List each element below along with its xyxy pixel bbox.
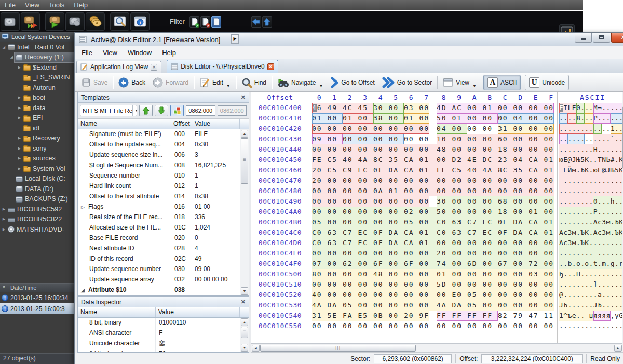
template-row[interactable]: Sequence number0101	[78, 171, 249, 181]
record-offset-field[interactable]: 0862:000	[186, 105, 215, 116]
menu-tools[interactable]: Tools	[44, 0, 69, 10]
hex-row[interactable]: 07 00 62 00 6F 00 6F 00 74 00 6D 00 67 0…	[312, 259, 557, 269]
expander-icon[interactable]: ▶	[17, 106, 22, 110]
template-row[interactable]: $LogFile Sequence Num...00816,821,325	[78, 160, 249, 171]
navigate-button[interactable]: Navigate▼	[274, 75, 327, 90]
preview-button[interactable]	[110, 12, 129, 31]
hex-editor-view[interactable]: Offset 00C010C40000C010C41000C010C42000C…	[251, 92, 623, 344]
tree-item[interactable]: ▶boot	[0, 93, 75, 103]
tree-item[interactable]: ◢Recovery (1:)	[0, 52, 75, 63]
refresh-disk-button[interactable]	[45, 12, 64, 31]
window-titlebar[interactable]: Active@ Disk Editor 2.1 [Freeware Versio…	[75, 33, 623, 46]
hex-ascii-row[interactable]: ........H.......	[559, 144, 623, 155]
scroll-left-icon[interactable]: ◄	[252, 345, 260, 352]
scroll-right-icon[interactable]: ►	[614, 345, 622, 352]
save-button[interactable]: Save	[78, 75, 111, 90]
nav-up-button[interactable]	[262, 16, 272, 28]
scroll-up-icon[interactable]: ▲	[241, 318, 248, 326]
tab-application-log-view[interactable]: Application Log View ✕	[76, 61, 161, 73]
template-row[interactable]: ◢Attribute $10038	[78, 285, 249, 295]
tab-close-icon[interactable]: ✕	[151, 64, 157, 71]
template-row[interactable]: Next attribute ID0284	[78, 244, 249, 254]
hex-row[interactable]: 46 49 4C 45 30 00 03 00 4D AC 00 01 00 0…	[312, 103, 557, 113]
tab-scroll-right-button[interactable]: ▶	[231, 34, 239, 44]
hex-column[interactable]: 0 1 2 3 4 5 6 7- 8 9 A B C D E F 46 49 4…	[309, 92, 558, 343]
expander-icon[interactable]: ▷	[81, 203, 88, 212]
hex-row[interactable]: 00 00 00 00 00 00 00 00 00 00 00 00 00 0…	[312, 321, 557, 331]
hex-row[interactable]: 20 00 00 00 00 00 00 00 00 00 00 00 00 0…	[312, 176, 557, 186]
menu-view[interactable]: View	[20, 0, 44, 10]
hex-row[interactable]: 00 00 00 00 00 00 00 00 04 00 00 00 31 0…	[312, 124, 557, 134]
hex-ascii-row[interactable]: JЪ......JЪ......	[559, 300, 623, 311]
maximize-button[interactable]	[593, 33, 610, 43]
disk-stack-button[interactable]	[86, 12, 105, 31]
back-button[interactable]: Back	[115, 75, 149, 90]
tree-item[interactable]: ▶RICOHR5C822	[0, 214, 75, 225]
hex-row[interactable]: 09 00 00 00 00 00 00 00 10 00 00 00 60 0…	[312, 134, 557, 144]
goto-offset-button[interactable]: Go to Offset	[327, 75, 378, 90]
tree-item[interactable]: ▶System Vol	[0, 164, 75, 174]
hex-ascii-row[interactable]: ............`...	[559, 134, 623, 144]
hex-row[interactable]: 40 00 00 00 00 00 00 00 00 E0 05 00 00 0…	[312, 290, 557, 300]
expander-icon[interactable]: ▶	[1, 207, 7, 211]
hex-ascii-row[interactable]: ....8...P.......	[559, 113, 623, 124]
hex-ascii-row[interactable]: ................	[559, 186, 623, 196]
tree-item[interactable]: Autorun	[0, 83, 75, 93]
template-row[interactable]: Update sequence number03009 00	[78, 264, 249, 275]
ascii-column[interactable]: ASCII FILE0...M¬..........8...P.........…	[558, 92, 623, 343]
expander-icon[interactable]: ◢	[1, 45, 7, 49]
hex-row[interactable]: C0 63 C7 EC 0F DA CA 01 C0 63 C7 EC 0F D…	[312, 227, 557, 238]
hex-row[interactable]: 80 00 00 00 48 00 00 00 01 00 00 00 00 0…	[312, 269, 557, 279]
tree-item[interactable]: ▶EFI	[0, 113, 75, 124]
hex-ascii-row[interactable]: ........0...h...	[559, 196, 623, 207]
tree-item[interactable]: ▶MATSHITADVD-	[0, 224, 75, 235]
hex-row[interactable]: 4A DA 05 00 00 00 00 00 4A DA 05 00 00 0…	[312, 300, 557, 311]
open-disk-button[interactable]	[1, 12, 20, 31]
hex-row[interactable]: 00 00 00 00 00 00 02 00 50 00 00 00 18 0…	[312, 207, 557, 217]
filter-include-button[interactable]: ✓	[189, 16, 199, 28]
hex-row[interactable]: 00 00 00 00 0A 01 00 00 00 00 00 00 00 0…	[312, 186, 557, 196]
hex-ascii-row[interactable]: АсЗм.ЪК.АсЗм.ЪК.	[559, 227, 623, 238]
unicode-toggle-button[interactable]: U Unicode	[525, 75, 569, 90]
template-row[interactable]: Allocated size of the FIL...01C1,024	[78, 223, 249, 233]
menu-view[interactable]: View	[98, 49, 123, 57]
expander-icon[interactable]: ▶	[17, 167, 22, 171]
hex-ascii-row[interactable]: ЕЙм.ЪК.юЕ@JЊ5К.	[559, 165, 623, 176]
inspector-scrollbar[interactable]: ▲ ▼	[240, 318, 249, 352]
tree-item[interactable]: ▶Recovery	[0, 133, 75, 144]
hex-row[interactable]: 31 5E FA E5 0B 00 20 9F FF FF FF FF 82 7…	[312, 311, 557, 321]
panel-close-icon[interactable]: ✕	[241, 94, 246, 101]
nav-back-button[interactable]	[251, 16, 261, 28]
tree-item[interactable]: Local Disk (C:	[0, 174, 75, 184]
menu-help[interactable]: Help	[157, 49, 181, 57]
template-row[interactable]: Update sequence size in...0063	[78, 150, 249, 160]
hex-row[interactable]: 20 C5 C9 EC 0F DA CA 01 FE C5 40 4A 8C 3…	[312, 165, 557, 176]
filter-exclude-button[interactable]: ✕	[200, 16, 210, 28]
expander-icon[interactable]: ◢	[9, 55, 15, 59]
tree-item[interactable]: BACKUPS (Z:)	[0, 194, 75, 205]
hex-row[interactable]: 00 00 00 00 00 00 00 00 30 00 00 00 68 0…	[312, 196, 557, 207]
expander-icon[interactable]: ▶	[17, 156, 22, 160]
log-row[interactable]: !2013-01-25 16:00:3	[0, 303, 75, 314]
tree-item[interactable]: ▶data	[0, 103, 75, 113]
expander-icon[interactable]: ▶	[17, 65, 22, 70]
hex-ascii-row[interactable]: ................	[559, 321, 623, 331]
template-row[interactable]: Offset to the update seq...0040x30	[78, 140, 249, 150]
hex-ascii-row[interactable]: Ђ...H...........	[559, 269, 623, 279]
tree-item[interactable]: ▶$Extend	[0, 62, 75, 73]
tab-close-icon[interactable]: ✕	[267, 63, 274, 70]
tree-item[interactable]: DATA (D:)	[0, 184, 75, 194]
menu-file[interactable]: File	[0, 0, 20, 10]
inspector-row[interactable]: 8 bit, binary01000110	[78, 318, 249, 328]
hex-row[interactable]: C0 63 C7 EC 0F DA CA 01 00 00 00 00 00 0…	[312, 238, 557, 248]
hex-row[interactable]: 00 00 00 00 00 00 00 00 20 00 00 00 00 0…	[312, 248, 557, 259]
hex-row[interactable]: 00 00 00 00 00 00 00 00 48 00 00 00 18 0…	[312, 144, 557, 155]
expander-icon[interactable]: ▶	[1, 227, 7, 232]
expander-icon[interactable]: ▶	[17, 146, 22, 151]
tree-item[interactable]: ▶sources	[0, 154, 75, 164]
open-disk-arrows-button[interactable]	[21, 12, 40, 31]
view-button[interactable]: View▼	[439, 75, 480, 90]
next-record-button[interactable]	[155, 105, 168, 116]
expander-icon[interactable]: ▶	[1, 217, 7, 221]
edit-button[interactable]: Edit▼	[196, 75, 234, 90]
